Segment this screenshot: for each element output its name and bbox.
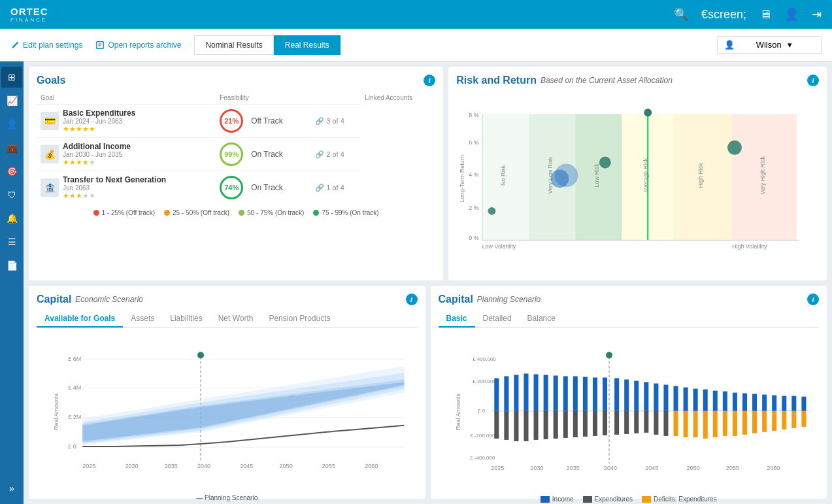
goal-icon: 🏦 [41,178,59,197]
svg-text:2025: 2025 [82,463,95,469]
feasibility-circle: 74% [220,176,243,199]
bottom-row: Capital Economic Scenario i Available fo… [29,286,827,499]
goals-table: Goal Feasibility Linked Accounts 💳 Basic… [37,92,435,204]
svg-text:High Risk: High Risk [698,163,705,188]
capital-economic-info[interactable]: i [406,294,418,305]
monitor-icon[interactable]: €screen; [701,8,746,22]
capital-economic-tab[interactable]: Assets [123,311,162,328]
goal-stars: ★★★★★ [63,125,135,133]
risk-return-title: Risk and Return [456,75,537,86]
capital-planning-info[interactable]: i [807,294,819,305]
svg-text:2 %: 2 % [469,205,479,211]
user-icon[interactable]: 👤 [784,7,799,22]
goal-icon-cell: 💳 Basic Expenditures Jan 2024 - Jun 2063… [37,105,216,138]
capital-planning-tab[interactable]: Basic [439,311,475,328]
capital-economic-tab[interactable]: Liabilities [162,311,210,328]
sidebar-item-target[interactable]: 🎯 [1,161,22,182]
search-icon[interactable]: 🔍 [674,7,688,22]
bar-legend-item: Deficits: Expenditures [642,496,717,503]
feasibility-row: 21% Off Track [220,109,307,133]
sidebar-item-file[interactable]: 📄 [1,255,22,276]
top-nav-icons: 🔍 €screen; 🖥 👤 ⇥ [674,7,822,22]
sidebar-item-grid[interactable]: ⊞ [1,67,22,88]
table-row: 💰 Additional Income Jan 2030 - Jun 2035 … [37,138,435,171]
user-selector[interactable]: 👤 Wilson ▾ [717,36,822,54]
line-chart-svg: £ 6M £ 4M £ 2M £ 0 [37,333,418,492]
svg-rect-79 [663,384,668,411]
legend-item: 1 - 25% (Off track) [93,209,156,216]
second-bar-left: Edit plan settings Open reports archive … [10,35,341,55]
svg-rect-64 [514,375,518,411]
svg-text:Very High Risk: Very High Risk [759,156,766,195]
sidebar-item-shield[interactable]: 🛡 [1,184,22,205]
bar-legend-color [583,496,592,503]
risk-return-info-icon[interactable]: i [807,75,819,86]
svg-rect-97 [524,411,528,441]
sidebar-item-chevrons[interactable]: » [1,478,22,499]
sidebar-item-list[interactable]: ☰ [1,231,22,252]
capital-economic-tabs: Available for GoalsAssetsLiabilitiesNet … [37,311,418,328]
capital-economic-tab[interactable]: Pension Products [261,311,338,328]
svg-text:4 %: 4 % [469,171,479,178]
svg-rect-106 [614,411,619,434]
linked-accounts-cell: 🔗 3 of 4 [311,105,361,138]
svg-text:2050: 2050 [280,463,293,469]
svg-rect-105 [603,411,607,435]
svg-rect-108 [634,411,639,433]
sidebar-item-bell[interactable]: 🔔 [1,208,22,229]
nominal-results-tab[interactable]: Nominal Results [194,35,273,55]
sidebar-item-chart[interactable]: 📈 [1,90,22,111]
legend-dot [93,210,99,216]
svg-rect-96 [514,411,518,441]
svg-text:Long-Term Return: Long-Term Return [459,155,465,202]
capital-planning-title: Capital [439,294,473,305]
feasibility-label: On Track [251,183,283,192]
legend-label: 75 - 99% (On track) [322,209,378,216]
svg-rect-90 [772,395,776,411]
bar-legend-label: Expenditures [595,496,633,503]
goal-date: Jun 2063 [63,184,166,192]
capital-planning-subtitle: Planning Scenario [477,295,541,304]
capital-economic-tab[interactable]: Available for Goals [37,311,123,328]
svg-text:£ -400.000: £ -400.000 [470,455,495,461]
svg-text:2055: 2055 [322,463,335,469]
capital-planning-tab[interactable]: Balance [520,311,563,328]
svg-text:Low Volatility: Low Volatility [482,243,516,250]
sidebar-item-person[interactable]: 👤 [1,114,22,135]
svg-rect-98 [533,411,538,439]
svg-rect-102 [573,411,577,437]
bar-chart-svg: £ 400.000 £ 200.000 £ 0 £ -200.000 £ -40… [439,333,820,492]
linked-accounts: 🔗 2 of 4 [315,150,344,158]
feasibility-circle: 99% [220,143,243,166]
svg-text:£ 0: £ 0 [68,443,76,449]
svg-text:2060: 2060 [365,463,378,469]
bar-legend-item: Income [541,496,574,503]
capital-planning-tab[interactable]: Detailed [475,311,520,328]
real-results-tab[interactable]: Real Results [274,35,341,55]
svg-text:Low Risk: Low Risk [593,163,600,188]
goals-info-icon[interactable]: i [424,75,435,86]
monitor-icon[interactable]: 🖥 [759,8,771,22]
logo: ORTEC FINANCE [10,6,48,23]
svg-text:0 %: 0 % [469,235,479,241]
top-row: Goals i Goal Feasibility Linked Accounts [29,67,827,280]
table-row: 💳 Basic Expenditures Jan 2024 - Jun 2063… [37,105,435,138]
goal-name: Transfer to Next Generation [63,175,166,184]
open-reports-label: Open reports archive [108,41,181,50]
logout-icon[interactable]: ⇥ [812,7,822,22]
capital-economic-title: Capital [37,294,71,305]
capital-planning-y-label: Real Amounts [455,394,461,430]
svg-rect-117 [722,411,727,435]
goals-title: Goals [37,75,65,86]
svg-rect-103 [582,411,587,436]
open-reports-link[interactable]: Open reports archive [95,41,181,50]
edit-plan-link[interactable]: Edit plan settings [10,41,82,50]
main-layout: ⊞ 📈 👤 💼 🎯 🛡 🔔 ☰ 📄 » Goals i [0,61,832,504]
svg-rect-69 [563,376,567,411]
capital-economic-tab[interactable]: Net Worth [210,311,261,328]
sidebar-item-briefcase[interactable]: 💼 [1,137,22,158]
svg-rect-104 [592,411,597,435]
svg-point-27 [488,207,496,215]
feasibility-row: 99% On Track [220,143,307,166]
goals-panel: Goals i Goal Feasibility Linked Accounts [29,67,443,280]
